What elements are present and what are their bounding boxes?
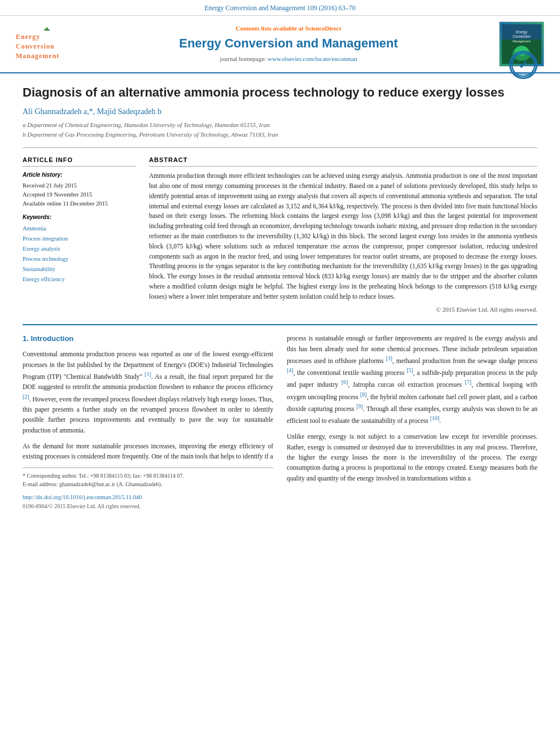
header-divider (23, 147, 537, 148)
intro-para-2: As the demand for more sustainable proce… (23, 441, 273, 462)
journal-homepage-link[interactable]: www.elsevier.com/locate/enconman (268, 55, 357, 62)
issn-line: 0196-8904/© 2015 Elsevier Ltd. All right… (23, 502, 273, 511)
affiliation-a: a Department of Chemical Engineering, Ha… (23, 121, 537, 129)
crossmark-badge: ✓ CrossMark (509, 51, 537, 79)
body-right-col: process is sustainable enough or further… (287, 333, 537, 510)
intro-heading: 1. Introduction (23, 333, 273, 344)
svg-text:Management: Management (513, 40, 531, 43)
keyword-1: Process integration (23, 234, 135, 244)
intro-para-4: Unlike energy, exergy is not subject to … (287, 431, 537, 483)
article-title: Diagnosis of an alternative ammonia proc… (23, 85, 537, 101)
keyword-5: Energy efficiency (23, 274, 135, 285)
journal-homepage: journal homepage: www.elsevier.com/locat… (84, 55, 493, 63)
section-divider (23, 324, 537, 325)
svg-point-5 (47, 29, 50, 31)
keyword-4: Sustainability (23, 264, 135, 274)
article-history-section: Article history: Received 21 July 2015 A… (23, 171, 135, 208)
article-info-abstract: Article Info Article history: Received 2… (23, 156, 537, 314)
intro-para-1: Conventional ammonia production process … (23, 349, 273, 435)
received-date: Received 21 July 2015 (23, 181, 135, 190)
top-bar: Energy Conversion and Management 109 (20… (0, 0, 560, 16)
svg-text:Conversion: Conversion (513, 34, 531, 38)
footnote-area: * Corresponding author. Tel.: +98 813841… (23, 468, 273, 488)
abstract-col: Abstract Ammonia production through more… (149, 156, 537, 314)
svg-text:CrossMark: CrossMark (515, 72, 532, 76)
history-heading: Article history: (23, 171, 135, 179)
available-date: Available online 11 December 2015 (23, 199, 135, 208)
article-info-heading: Article Info (23, 156, 135, 167)
journal-reference: Energy Conversion and Management 109 (20… (204, 4, 356, 12)
science-direct-info: Contents lists available at ScienceDirec… (84, 24, 493, 33)
header-center: Contents lists available at ScienceDirec… (84, 24, 493, 64)
abstract-heading: Abstract (149, 156, 537, 167)
svg-text:✓: ✓ (518, 58, 528, 71)
authors-line: Ali Ghannadzadeh a,*, Majid Sadeqzadeh b (23, 106, 537, 117)
crossmark-svg: ✓ CrossMark (511, 52, 536, 78)
svg-point-4 (44, 29, 46, 31)
body-left-col: 1. Introduction Conventional ammonia pro… (23, 333, 273, 510)
keywords-list: Ammonia Process integration Exergy analy… (23, 224, 135, 284)
journal-title: Energy Conversion and Management (84, 35, 493, 53)
doi-line[interactable]: http://dx.doi.org/10.1016/j.enconman.201… (23, 493, 273, 502)
header-left: Energy Conversion Management (10, 27, 84, 61)
article-info-col: Article Info Article history: Received 2… (23, 156, 135, 314)
affiliation-b: b Department of Gas Processing Engineeri… (23, 130, 537, 139)
elsevier-brand: Energy Conversion Management (16, 32, 78, 60)
crossmark-icon: ✓ CrossMark (509, 51, 537, 79)
copyright-text: © 2015 Elsevier Ltd. All rights reserved… (149, 305, 537, 314)
keyword-2: Exergy analysis (23, 244, 135, 254)
elsevier-tree-icon (24, 27, 69, 32)
abstract-text: Ammonia production through more efficien… (149, 171, 537, 302)
main-content: ✓ CrossMark Diagnosis of an alternative … (0, 73, 560, 517)
keyword-3: Process technology (23, 254, 135, 264)
intro-para-3: process is sustainable enough or further… (287, 333, 537, 426)
svg-text:Energy: Energy (516, 30, 528, 34)
accepted-date: Accepted 19 November 2015 (23, 190, 135, 199)
keyword-0: Ammonia (23, 224, 135, 234)
body-two-col: 1. Introduction Conventional ammonia pro… (23, 333, 537, 510)
corresponding-author-note: * Corresponding author. Tel.: +98 813841… (23, 471, 273, 480)
science-direct-name[interactable]: ScienceDirect (305, 25, 341, 32)
svg-point-3 (46, 27, 48, 28)
keywords-heading: Keywords: (23, 213, 135, 221)
elsevier-logo: Energy Conversion Management (16, 27, 78, 61)
email-note: E-mail address: ghannadzadeh@hut.ac.ir (… (23, 480, 273, 488)
journal-header: Energy Conversion Management Contents li… (0, 16, 560, 73)
keywords-section: Keywords: Ammonia Process integration Ex… (23, 213, 135, 284)
